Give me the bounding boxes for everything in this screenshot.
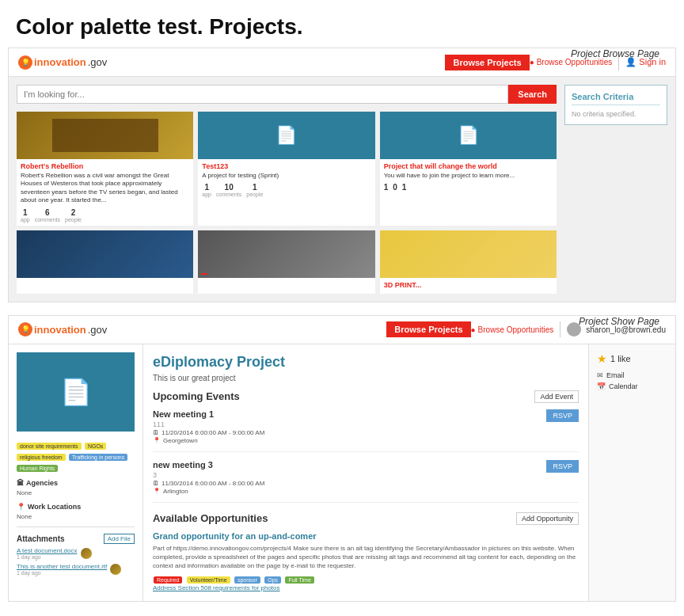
agencies-label: 🏛 Agencies [17,479,135,487]
card-stats: 1app 10comments 1people [202,183,370,197]
calendar-label: Calendar [609,382,638,390]
card-stats: 1app 6comments 2people [21,208,189,222]
tag-donor: donor site requirements [17,443,82,450]
add-file-btn[interactable]: Add File [104,534,135,544]
opp-tag-fulltime: Full Time [285,576,314,584]
browse-projects-btn[interactable]: Browse Projects [386,321,470,337]
opp-bullet-icon: ● [471,325,476,334]
calendar-icon: 🗓 [153,480,159,487]
card-4[interactable] [17,230,193,294]
card-test123[interactable]: 📄 Test123 A project for testing (Sprint)… [198,112,374,226]
card-world-project[interactable]: 📄 Project that will change the world You… [380,112,557,226]
card-body: Robert's Rebellion Robert's Rebellion wa… [17,159,193,226]
show-nav: 💡 innovation .gov Browse Projects ● Brow… [9,316,675,344]
attachment-link-1[interactable]: A test document.docx [17,547,78,554]
show-right-panel: ★ 1 like ✉ Email 📅 Calendar [588,344,675,602]
browse-page-label: Project Browse Page [571,48,659,59]
event-id-1: 111 [153,420,264,428]
email-label: Email [606,371,625,379]
tag-trafficking: Trafficking in persons [69,454,127,461]
add-opp-btn[interactable]: Add Opportunity [516,512,579,525]
building-icon: 🏛 [17,479,24,487]
card-body [17,278,193,284]
page-title: Color palette test. Projects. [0,0,684,48]
logo-text-gov: .gov [88,324,108,336]
event-date-2: 🗓 11/30/2014 6:00:00 AM - 8:00:00 AM [153,480,264,487]
attachment-item-1: A test document.docx 1 day ago [17,547,135,560]
search-criteria-panel: Search Criteria No criteria specified. [564,85,667,294]
tag-ngos: NGOs [85,443,106,450]
attachment-avatar-1 [81,548,92,559]
attachments-title: Attachments [17,534,65,543]
project-title: eDiplomacy Project [153,354,579,371]
email-action[interactable]: ✉ Email [597,371,667,379]
search-button[interactable]: Search [508,85,557,104]
event-item-1: New meeting 1 111 🗓 11/20/2014 6:00:00 A… [153,409,579,452]
card-stats: 1 0 1 [384,183,553,192]
rsvp-btn-1[interactable]: RSVP [546,409,579,422]
browse-page-section: Project Browse Page 💡 innovation .gov Br… [8,48,676,302]
browse-left: Search Robert's Rebellion Robert's Rebel… [17,85,557,294]
pin-icon: 📍 [153,488,161,495]
opportunities-section: Available Opportunities Add Opportunity … [153,512,579,592]
calendar-action[interactable]: 📅 Calendar [597,382,667,390]
event-location-1: 📍 Georgetown [153,437,264,444]
events-header: Upcoming Events Add Event [153,390,579,403]
card-title: 3D PRINT... [384,281,553,289]
card-title: Project that will change the world [384,162,553,170]
event-name-2: new meeting 3 [153,460,264,470]
cards-grid: Robert's Rebellion Robert's Rebellion wa… [17,112,557,294]
search-criteria-box: Search Criteria No criteria specified. [564,85,667,125]
attachment-link-2[interactable]: This is another test document.rtf [17,563,107,570]
logo-icon: 💡 [18,55,32,70]
events-section: Upcoming Events Add Event New meeting 1 … [153,390,579,503]
project-tagline: This is our great project [153,374,579,382]
opp-tags: Required Volunteer/Time sponsor Ops Full… [153,573,579,584]
opp-tag-ops: Ops [264,576,281,584]
opp-desc: Part of https://demo.innovationgov.com/p… [153,544,579,571]
tags-section: donor site requirements NGOs religious f… [17,439,135,473]
browse-projects-btn[interactable]: Browse Projects [445,55,529,70]
nav-buttons: Browse Projects ● Browse Opportunities [386,321,553,337]
nav-divider [560,321,560,337]
opps-header: Available Opportunities Add Opportunity [153,512,579,525]
card-roberts-rebellion[interactable]: Robert's Rebellion Robert's Rebellion wa… [17,112,193,226]
email-icon: ✉ [597,371,603,379]
card-desc: A project for testing (Sprint) [202,172,370,180]
like-count: 1 like [610,354,631,363]
event-date-1: 🗓 11/20/2014 6:00:00 AM - 9:00:00 AM [153,429,264,436]
logo: 💡 innovation .gov [18,322,107,337]
attachment-size-1: 1 day ago [17,554,78,560]
search-input[interactable] [17,85,508,104]
add-event-btn[interactable]: Add Event [534,390,579,403]
card-title: Test123 [202,162,370,170]
opps-title: Available Opportunities [153,512,268,524]
logo-icon: 💡 [18,322,32,337]
card-5[interactable] [198,230,374,294]
card-title: Robert's Rebellion [21,162,189,170]
logo-text-main: innovation [34,56,86,68]
opp-tag-required: Required [154,576,182,584]
opp-bullet-icon: ● [530,58,534,67]
opp-tag-volunteer: Volunteer/Time [187,576,230,584]
locations-val: None [17,513,135,520]
show-layout: 📄 donor site requirements NGOs religious… [9,344,675,602]
opp-title: Grand opportunity for an up-and-comer [153,531,579,541]
pin-icon: 📍 [153,437,161,444]
browse-opportunities-btn[interactable]: ● Browse Opportunities [471,325,554,334]
logo-text-gov: .gov [88,56,108,68]
show-sidebar: 📄 donor site requirements NGOs religious… [9,344,143,602]
card-icon: 📄 [380,112,557,159]
attachment-avatar-2 [110,564,121,575]
card-body: 3D PRINT... [380,278,557,294]
card-body: Test123 A project for testing (Sprint) 1… [198,159,374,200]
attachments-header: Attachments Add File [17,534,135,544]
agencies-section: 🏛 Agencies None [17,479,135,496]
location-icon: 📍 [17,503,25,511]
divider [17,527,135,527]
opp-link[interactable]: Address Section 508 requirements for pho… [153,584,579,591]
logo-text-main: innovation [34,324,86,336]
rsvp-btn-2[interactable]: RSVP [546,460,579,473]
tag-religious: religious freedom [17,454,66,461]
card-3d-print[interactable]: 3D PRINT... [380,230,557,294]
